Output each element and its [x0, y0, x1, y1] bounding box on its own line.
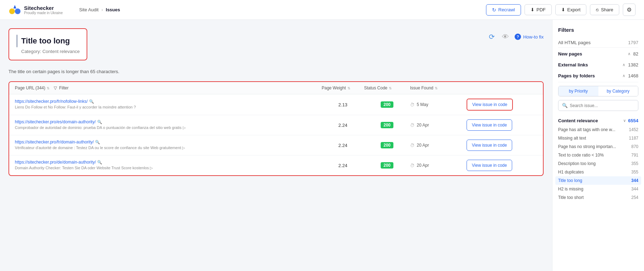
- table-row: https://sitechecker.pro/de/domain-author…: [9, 155, 543, 175]
- url-desc: Comprobador de autoridad de dominio: pru…: [15, 125, 322, 130]
- table-row: https://sitechecker.pro/fr/domain-author…: [9, 135, 543, 155]
- export-icon: ⬇: [561, 7, 565, 12]
- eye-icon-button[interactable]: 👁: [500, 31, 510, 42]
- issue-item-count: 1452: [629, 127, 638, 132]
- table-header: Page URL (344) ⇅ ▽ Filter Page Weight ⇅ …: [9, 82, 543, 94]
- issue-list-item[interactable]: Page has no strong importan... 870: [558, 142, 638, 151]
- new-pages-label: New pages: [558, 51, 582, 57]
- status-badge: 200: [381, 162, 393, 169]
- page-weight-cell: 2.13: [322, 102, 364, 107]
- issue-list-item[interactable]: H2 is missing 344: [558, 185, 638, 193]
- settings-button[interactable]: ⚙: [623, 4, 636, 16]
- chevron-up-icon: ∧: [622, 63, 625, 67]
- content-relevance-header[interactable]: Content relevance ∨ 6554: [558, 116, 638, 125]
- filter-all-html[interactable]: All HTML pages 1797: [558, 38, 638, 48]
- column-issue-found[interactable]: Issue Found ⇅: [410, 86, 467, 90]
- url-link[interactable]: https://sitechecker.pro/es/domain-author…: [15, 119, 322, 124]
- url-link[interactable]: https://sitechecker.pro/de/domain-author…: [15, 160, 322, 165]
- logo-sub: Proudly made in Ukraine: [24, 11, 63, 15]
- page-weight-cell: 2.24: [322, 143, 364, 148]
- sidebar-section-external-links[interactable]: External links ∧ 1382: [558, 59, 638, 70]
- search-input[interactable]: [570, 103, 634, 108]
- table-row: https://sitechecker.pro/fr/nofollow-link…: [9, 94, 543, 115]
- issue-item-count: 344: [631, 187, 638, 192]
- toggle-by-category[interactable]: by Category: [598, 86, 638, 96]
- svg-point-1: [15, 8, 21, 14]
- sidebar-section-new-pages[interactable]: New pages ∧ 82: [558, 48, 638, 59]
- content-relevance-label: Content relevance: [558, 118, 598, 123]
- view-issue-button[interactable]: View issue in code: [467, 140, 512, 151]
- filter-button[interactable]: ▽ Filter: [54, 86, 69, 90]
- gear-icon: ⚙: [627, 6, 632, 13]
- toggle-group: by Priority by Category: [558, 86, 638, 96]
- issue-item-label: Title too long: [558, 178, 582, 183]
- column-page-url[interactable]: Page URL (344) ⇅ ▽ Filter: [15, 86, 322, 90]
- issues-table: Page URL (344) ⇅ ▽ Filter Page Weight ⇅ …: [8, 81, 544, 176]
- action-cell: View issue in code: [467, 140, 537, 151]
- recrawl-button[interactable]: ↻ Recrawl: [486, 4, 521, 16]
- status-cell: 200: [364, 101, 410, 108]
- sidebar: Filters All HTML pages 1797 New pages ∧ …: [552, 20, 644, 271]
- issue-list-item[interactable]: Title too short 254: [558, 193, 638, 202]
- breadcrumb: Site Audit › Issues: [79, 7, 120, 12]
- url-link[interactable]: https://sitechecker.pro/fr/nofollow-link…: [15, 99, 322, 104]
- question-icon: ?: [515, 34, 521, 40]
- view-issue-button[interactable]: View issue in code: [467, 119, 512, 131]
- issue-list-item-active[interactable]: Title too long 344: [555, 176, 641, 185]
- issue-item-count: 870: [631, 144, 638, 149]
- content-relevance-section: Content relevance ∨ 6554 Page has alt ta…: [558, 116, 638, 202]
- search-icon: 🔍: [95, 140, 100, 145]
- issue-search-box[interactable]: 🔍: [558, 100, 638, 111]
- export-button[interactable]: ⬇ Export: [555, 4, 587, 15]
- refresh-icon-button[interactable]: ⟳: [487, 31, 496, 42]
- view-issue-button[interactable]: View issue in code: [467, 99, 513, 111]
- status-cell: 200: [364, 142, 410, 148]
- breadcrumb-separator: ›: [101, 7, 103, 12]
- url-desc: Vérificateur d'autorité de domaine : Tes…: [15, 145, 322, 151]
- column-page-weight[interactable]: Page Weight ⇅: [322, 86, 364, 90]
- issue-list-item[interactable]: Description too long 355: [558, 159, 638, 168]
- chevron-down-icon: ∨: [623, 118, 626, 123]
- view-issue-button[interactable]: View issue in code: [467, 160, 512, 171]
- date-icon: ⏱: [410, 163, 415, 168]
- sidebar-section-pages-folders[interactable]: Pages by folders ∧ 1468: [558, 70, 638, 82]
- page-weight-cell: 2.24: [322, 163, 364, 168]
- issue-list-item[interactable]: Missing alt text 1187: [558, 134, 638, 142]
- issue-header-box: Title too long Category: Content relevan…: [8, 28, 87, 60]
- page-weight-cell: 2.24: [322, 123, 364, 128]
- status-cell: 200: [364, 122, 410, 128]
- url-cell: https://sitechecker.pro/es/domain-author…: [15, 119, 322, 130]
- date-icon: ⏱: [410, 102, 415, 107]
- share-button[interactable]: ⎋ Share: [590, 4, 619, 15]
- filter-all-html-label: All HTML pages: [558, 40, 591, 45]
- issue-category: Category: Content relevance: [21, 49, 80, 54]
- how-to-fix-button[interactable]: ? How-to fix: [515, 34, 544, 40]
- url-cell: https://sitechecker.pro/fr/domain-author…: [15, 140, 322, 151]
- search-icon: 🔍: [89, 99, 94, 104]
- issue-list-item[interactable]: Text to code ratio < 10% 791: [558, 151, 638, 159]
- issue-list-item[interactable]: H1 duplicates 355: [558, 168, 638, 176]
- breadcrumb-parent[interactable]: Site Audit: [79, 7, 99, 12]
- issue-item-label: H1 duplicates: [558, 170, 584, 175]
- refresh-icon: ⟳: [489, 33, 495, 41]
- column-status-code[interactable]: Status Code ⇅: [364, 86, 410, 90]
- pages-folders-label: Pages by folders: [558, 73, 595, 78]
- issue-title: Title too long: [21, 36, 70, 46]
- action-cell: View issue in code: [467, 99, 537, 111]
- issue-item-label: Description too long: [558, 161, 596, 166]
- logo: Sitechecker Proudly made in Ukraine: [8, 4, 65, 16]
- issue-list-item[interactable]: Page has alt tags with one w... 1452: [558, 125, 638, 134]
- issue-item-label: Missing alt text: [558, 136, 586, 141]
- toggle-by-priority[interactable]: by Priority: [558, 86, 598, 96]
- url-cell: https://sitechecker.pro/fr/nofollow-link…: [15, 99, 322, 110]
- url-desc: Domain Authority Checker: Testen Sie DA …: [15, 165, 322, 171]
- content-area: Title too long Category: Content relevan…: [0, 20, 552, 271]
- date-cell: ⏱ 20 Apr: [410, 143, 467, 148]
- sort-icon-url: ⇅: [47, 86, 49, 90]
- pdf-button[interactable]: ⬇ PDF: [525, 4, 552, 15]
- filter-icon: ▽: [54, 86, 57, 90]
- issue-header-section: Title too long Category: Content relevan…: [8, 28, 544, 66]
- pages-folders-count: 1468: [628, 73, 638, 78]
- url-link[interactable]: https://sitechecker.pro/fr/domain-author…: [15, 140, 322, 145]
- issue-bar-decoration: [16, 35, 18, 47]
